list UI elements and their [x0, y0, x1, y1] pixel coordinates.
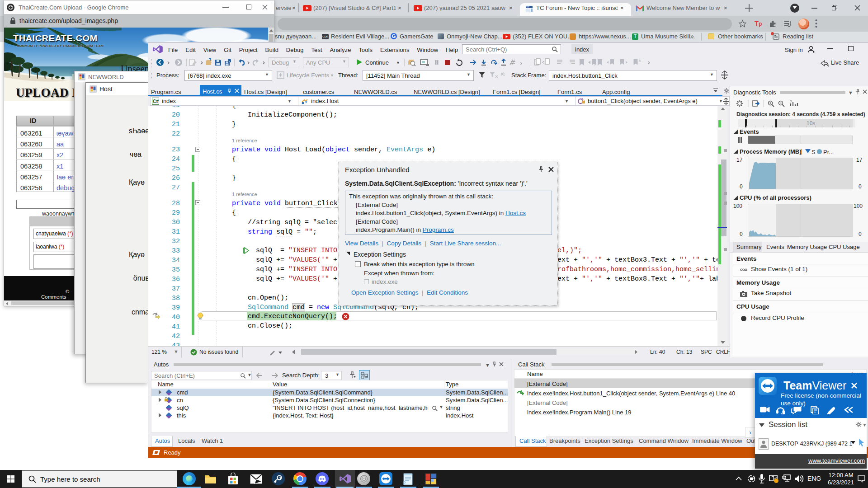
svg-text:TC: TC: [526, 6, 529, 9]
svg-text:?: ?: [790, 99, 792, 103]
svg-text:ab: ab: [365, 375, 368, 378]
svg-text:C#: C#: [153, 99, 159, 104]
